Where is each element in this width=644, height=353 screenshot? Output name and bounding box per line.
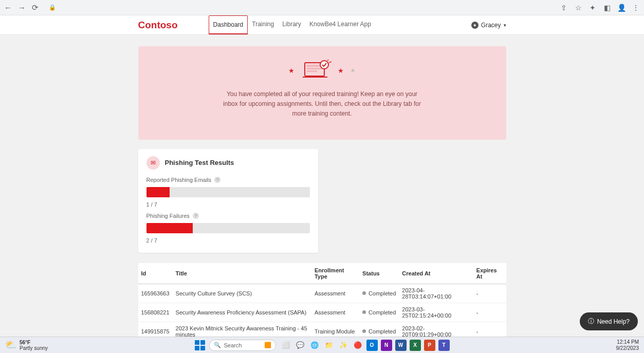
table-row[interactable]: 165963663 Security Culture Survey (SCS) … — [138, 284, 506, 303]
onenote-icon[interactable]: N — [381, 340, 392, 351]
address-bar[interactable]: 🔒 — [44, 2, 555, 13]
laptop-check-icon — [301, 60, 332, 81]
cell-type: Assessment — [311, 284, 359, 303]
browser-toolbar: ← → ⟳ 🔒 ⇪ ☆ ✦ ◧ 👤 ⋮ — [0, 0, 644, 15]
nav-tabs: Dashboard Training Library KnowBe4 Learn… — [209, 15, 375, 34]
col-title[interactable]: Title — [173, 263, 311, 284]
cell-expires: - — [473, 284, 506, 303]
card-title: Phishing Test Results — [165, 159, 234, 166]
reported-label: Reported Phishing Emails — [146, 177, 212, 183]
status-dot-icon — [362, 310, 366, 314]
sparkle-icon: ✶ — [350, 67, 356, 75]
outlook-icon[interactable]: O — [366, 340, 378, 351]
training-history-table: Id Title Enrollment Type Status Created … — [138, 263, 506, 341]
weather-widget[interactable]: ⛅ 56°F Partly sunny — [5, 340, 48, 351]
svg-rect-2 — [307, 68, 322, 69]
explorer-icon[interactable]: 📁 — [323, 340, 335, 351]
app-header: Contoso Dashboard Training Library KnowB… — [0, 15, 644, 35]
system-clock[interactable]: 12:14 PM 9/22/2023 — [616, 339, 639, 351]
extensions-icon[interactable]: ✦ — [588, 4, 597, 12]
failures-progress-bar — [146, 223, 310, 233]
tab-training[interactable]: Training — [248, 15, 278, 34]
tab-learner-app[interactable]: KnowBe4 Learner App — [305, 15, 375, 34]
clock-date: 9/22/2023 — [616, 345, 639, 351]
excel-icon[interactable]: X — [410, 340, 421, 351]
back-button[interactable]: ← — [4, 3, 12, 12]
weather-desc: Partly sunny — [20, 345, 48, 351]
help-icon[interactable]: ? — [214, 177, 220, 183]
col-created-at[interactable]: Created At — [399, 263, 473, 284]
cell-id: 165963663 — [138, 284, 173, 303]
user-name: Gracey — [481, 22, 501, 29]
failures-value: 2 / 7 — [146, 237, 310, 244]
svg-rect-3 — [307, 70, 317, 72]
edge-icon[interactable]: 🌐 — [309, 340, 320, 351]
search-badge-icon: 🟧 — [264, 342, 271, 348]
svg-line-6 — [327, 60, 329, 61]
col-id[interactable]: Id — [138, 263, 173, 284]
copilot-icon[interactable]: ✨ — [338, 340, 349, 351]
star-icon: ★ — [338, 67, 344, 75]
cell-type: Assessment — [311, 303, 359, 322]
taskview-icon[interactable]: ⬜ — [280, 340, 291, 351]
completion-banner: ★ ★ ✶ You have completed all of your req… — [138, 46, 506, 140]
teams-icon[interactable]: T — [438, 340, 450, 351]
cell-title: Security Awareness Proficiency Assessmen… — [173, 303, 311, 322]
tab-library[interactable]: Library — [278, 15, 305, 34]
cell-status: Completed — [359, 303, 399, 322]
reported-progress-bar — [146, 187, 310, 197]
reload-button[interactable]: ⟳ — [32, 3, 39, 12]
logo[interactable]: Contoso — [138, 20, 178, 31]
weather-icon: ⛅ — [5, 340, 16, 350]
svg-point-5 — [320, 61, 328, 69]
info-icon: ⓘ — [588, 317, 594, 326]
need-help-label: Need Help? — [597, 318, 630, 325]
table-row[interactable]: 156808221 Security Awareness Proficiency… — [138, 303, 506, 322]
cell-expires: - — [473, 303, 506, 322]
phishing-results-card: ✉ Phishing Test Results Reported Phishin… — [138, 149, 318, 253]
chrome-icon[interactable]: 🔴 — [352, 340, 363, 351]
col-expires-at[interactable]: Expires At — [473, 263, 506, 284]
lock-icon: 🔒 — [49, 4, 56, 11]
chat-icon[interactable]: 💬 — [295, 340, 306, 351]
search-placeholder: Search — [224, 342, 242, 348]
banner-illustration: ★ ★ ✶ — [164, 60, 481, 81]
envelope-icon: ✉ — [146, 156, 160, 170]
word-icon[interactable]: W — [395, 340, 407, 351]
start-button[interactable] — [195, 340, 205, 350]
share-icon[interactable]: ⇪ — [560, 4, 568, 12]
col-status[interactable]: Status — [359, 263, 399, 284]
status-dot-icon — [362, 291, 366, 295]
cell-title: Security Culture Survey (SCS) — [173, 284, 311, 303]
table-header-row: Id Title Enrollment Type Status Created … — [138, 263, 506, 284]
cell-created: 2023-04-28T03:14:07+01:00 — [399, 284, 473, 303]
banner-text: You have completed all of your required … — [219, 89, 425, 119]
user-icon: ● — [471, 22, 479, 29]
windows-taskbar: ⛅ 56°F Partly sunny 🔍 Search 🟧 ⬜ 💬 🌐 📁 ✨… — [0, 337, 644, 353]
weather-temp: 56°F — [20, 340, 48, 345]
star-icon: ★ — [288, 67, 295, 75]
need-help-button[interactable]: ⓘ Need Help? — [580, 312, 638, 330]
star-icon[interactable]: ☆ — [574, 4, 582, 12]
chevron-down-icon: ▾ — [504, 23, 506, 28]
search-icon: 🔍 — [214, 342, 221, 348]
clock-time: 12:14 PM — [616, 339, 639, 345]
page-body: ★ ★ ✶ You have completed all of your req… — [0, 35, 644, 341]
forward-button[interactable]: → — [18, 3, 26, 12]
failures-label: Phishing Failures — [146, 213, 190, 219]
help-icon[interactable]: ? — [193, 213, 199, 219]
powerpoint-icon[interactable]: P — [424, 340, 435, 351]
status-dot-icon — [362, 329, 366, 333]
menu-icon[interactable]: ⋮ — [632, 4, 640, 12]
col-enrollment-type[interactable]: Enrollment Type — [311, 263, 359, 284]
cell-status: Completed — [359, 284, 399, 303]
tab-dashboard[interactable]: Dashboard — [209, 15, 248, 34]
cell-created: 2023-03-25T02:15:24+00:00 — [399, 303, 473, 322]
taskbar-search[interactable]: 🔍 Search 🟧 — [209, 340, 276, 351]
reported-value: 1 / 7 — [146, 201, 310, 208]
profile-icon[interactable]: 👤 — [617, 4, 625, 12]
panel-icon[interactable]: ◧ — [603, 4, 611, 12]
cell-id: 156808221 — [138, 303, 173, 322]
user-menu[interactable]: ● Gracey ▾ — [471, 22, 506, 29]
svg-line-7 — [329, 62, 332, 63]
